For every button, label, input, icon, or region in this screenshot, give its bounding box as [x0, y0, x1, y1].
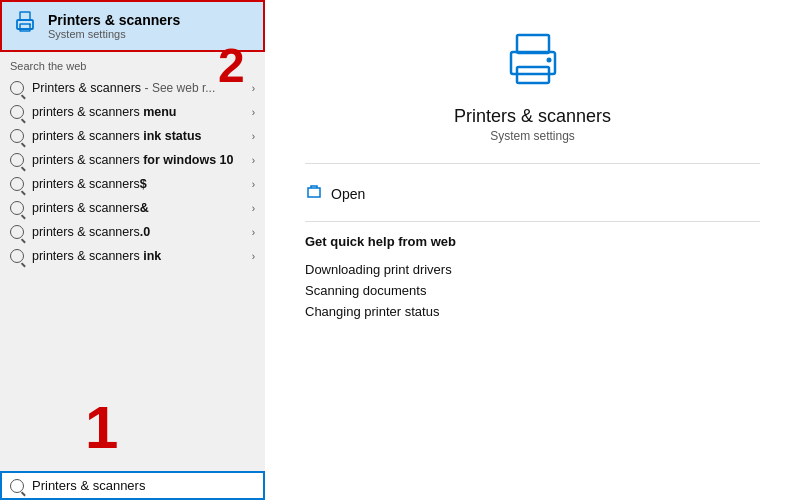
- chevron-right-icon: ›: [252, 203, 255, 214]
- search-icon: [10, 249, 24, 263]
- suggestion-item[interactable]: printers & scanners.0 ›: [0, 220, 265, 244]
- bottom-search-bar[interactable]: Printers & scanners: [0, 471, 265, 500]
- suggestion-item[interactable]: printers & scanners for windows 10 ›: [0, 148, 265, 172]
- chevron-right-icon: ›: [252, 251, 255, 262]
- search-icon: [10, 201, 24, 215]
- suggestion-text: printers & scanners ink status: [32, 129, 202, 143]
- suggestion-text: printers & scanners ink: [32, 249, 161, 263]
- svg-rect-2: [20, 24, 30, 31]
- app-subtitle: System settings: [490, 129, 575, 143]
- top-result-subtitle: System settings: [48, 28, 180, 40]
- divider: [305, 163, 760, 164]
- open-icon: [305, 183, 323, 205]
- suggestion-item[interactable]: printers & scanners menu ›: [0, 100, 265, 124]
- quick-help-item[interactable]: Changing printer status: [305, 301, 760, 322]
- search-icon: [10, 177, 24, 191]
- bottom-search-icon: [10, 479, 24, 493]
- suggestion-text: printers & scanners menu: [32, 105, 177, 119]
- suggestion-item[interactable]: printers & scanners ink ›: [0, 244, 265, 268]
- right-panel: Printers & scanners System settings Open…: [265, 0, 800, 500]
- svg-point-3: [29, 24, 31, 26]
- suggestion-list: Printers & scanners - See web r... › pri…: [0, 76, 265, 471]
- search-icon: [10, 153, 24, 167]
- search-web-label: Search the web: [0, 52, 265, 76]
- open-label: Open: [331, 186, 365, 202]
- quick-help-item[interactable]: Scanning documents: [305, 280, 760, 301]
- suggestion-text: printers & scanners for windows 10: [32, 153, 233, 167]
- suggestion-item[interactable]: Printers & scanners - See web r... ›: [0, 76, 265, 100]
- search-icon: [10, 81, 24, 95]
- search-icon: [10, 105, 24, 119]
- chevron-right-icon: ›: [252, 131, 255, 142]
- search-icon: [10, 129, 24, 143]
- top-result-item[interactable]: Printers & scanners System settings: [0, 0, 265, 52]
- suggestion-item[interactable]: printers & scanners ink status ›: [0, 124, 265, 148]
- app-title: Printers & scanners: [454, 106, 611, 127]
- chevron-right-icon: ›: [252, 227, 255, 238]
- left-panel: Printers & scanners System settings Sear…: [0, 0, 265, 500]
- quick-help-item[interactable]: Downloading print drivers: [305, 259, 760, 280]
- suggestion-item[interactable]: printers & scanners& ›: [0, 196, 265, 220]
- search-icon: [10, 225, 24, 239]
- divider2: [305, 221, 760, 222]
- suggestion-text: printers & scanners.0: [32, 225, 150, 239]
- suggestion-text: printers & scanners&: [32, 201, 149, 215]
- printer-scanner-icon: [12, 10, 38, 42]
- chevron-right-icon: ›: [252, 179, 255, 190]
- top-result-text: Printers & scanners System settings: [48, 12, 180, 40]
- chevron-right-icon: ›: [252, 83, 255, 94]
- app-icon-container: [503, 30, 563, 94]
- bottom-search-text: Printers & scanners: [32, 478, 145, 493]
- quick-help-title: Get quick help from web: [305, 234, 760, 249]
- suggestion-item[interactable]: printers & scanners$ ›: [0, 172, 265, 196]
- open-button[interactable]: Open: [305, 179, 760, 209]
- svg-rect-4: [517, 35, 549, 53]
- suggestion-text: Printers & scanners - See web r...: [32, 81, 215, 95]
- suggestion-text: printers & scanners$: [32, 177, 147, 191]
- chevron-right-icon: ›: [252, 155, 255, 166]
- chevron-right-icon: ›: [252, 107, 255, 118]
- top-result-title: Printers & scanners: [48, 12, 180, 28]
- svg-point-7: [546, 58, 551, 63]
- svg-rect-1: [20, 12, 30, 20]
